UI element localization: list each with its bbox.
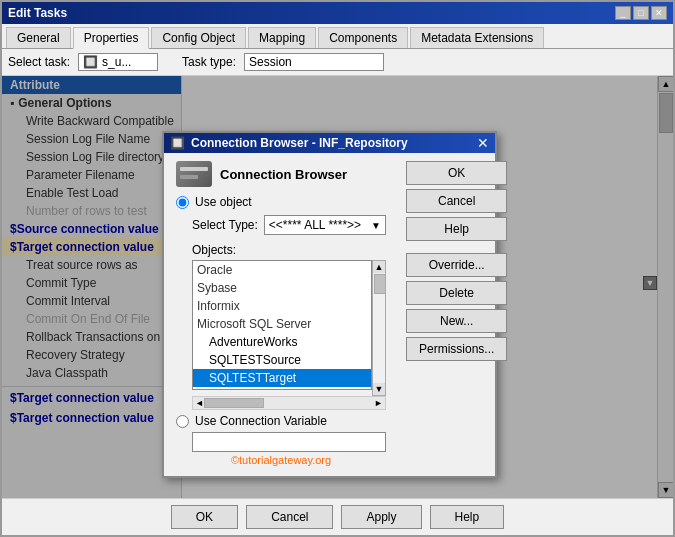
tab-config-object[interactable]: Config Object bbox=[151, 27, 246, 48]
variable-input[interactable] bbox=[192, 432, 386, 452]
connection-browser-dialog: 🔲 Connection Browser - INF_Repository ✕ bbox=[162, 131, 497, 478]
task-type-label: Task type: bbox=[182, 55, 236, 69]
select-type-label: Select Type: bbox=[192, 218, 258, 232]
minimize-button[interactable]: _ bbox=[615, 6, 631, 20]
list-item[interactable]: SQLTESTSource bbox=[193, 351, 371, 369]
task-type-value: Session bbox=[249, 55, 292, 69]
main-body: Attribute ▪ General Options Write Backwa… bbox=[2, 76, 673, 498]
use-variable-radio[interactable] bbox=[176, 415, 189, 428]
help-button[interactable]: Help bbox=[406, 217, 507, 241]
ok-button[interactable]: OK bbox=[406, 161, 507, 185]
list-item[interactable]: Oracle bbox=[193, 261, 371, 279]
dialog-overlay: 🔲 Connection Browser - INF_Repository ✕ bbox=[2, 76, 673, 498]
objects-listbox[interactable]: Oracle Sybase Informix Microsoft SQL Ser… bbox=[192, 260, 372, 390]
main-window: Edit Tasks _ □ ✕ General Properties Conf… bbox=[0, 0, 675, 537]
select-task-label: Select task: bbox=[8, 55, 70, 69]
select-type-row: Select Type: <<**** ALL ****>> ▼ bbox=[176, 215, 386, 235]
use-object-radio[interactable] bbox=[176, 196, 189, 209]
dialog-title-bar: 🔲 Connection Browser - INF_Repository ✕ bbox=[164, 133, 495, 153]
objects-list-container: Oracle Sybase Informix Microsoft SQL Ser… bbox=[192, 260, 386, 396]
dialog-header-row: Connection Browser bbox=[176, 161, 386, 187]
variable-input-row bbox=[192, 432, 386, 452]
list-scroll-down[interactable]: ▼ bbox=[373, 383, 385, 395]
dialog-close-button[interactable]: ✕ bbox=[477, 135, 489, 151]
main-cancel-button[interactable]: Cancel bbox=[246, 505, 333, 529]
dialog-right-buttons: OK Cancel Help Override... Delete New...… bbox=[398, 153, 515, 476]
dialog-title: Connection Browser - INF_Repository bbox=[191, 136, 408, 150]
select-task-value: s_u... bbox=[102, 55, 131, 69]
scroll-thumb-horiz[interactable] bbox=[204, 398, 264, 408]
use-object-label: Use object bbox=[195, 195, 252, 209]
dialog-body: Connection Browser Use object Select Typ… bbox=[164, 153, 398, 476]
connection-icon bbox=[176, 161, 212, 187]
window-controls: _ □ ✕ bbox=[615, 6, 667, 20]
scroll-left-button[interactable]: ◄ bbox=[195, 398, 204, 408]
combo-arrow-icon: ▼ bbox=[371, 220, 381, 231]
objects-label: Objects: bbox=[192, 243, 386, 257]
select-task-combo[interactable]: 🔲 s_u... bbox=[78, 53, 158, 71]
select-task-row: Select task: 🔲 s_u... Task type: Session bbox=[2, 49, 673, 76]
list-scrollbar[interactable]: ▲ ▼ bbox=[372, 260, 386, 396]
watermark: ©tutorialgateway.org bbox=[176, 452, 386, 468]
delete-button[interactable]: Delete bbox=[406, 281, 507, 305]
tab-mapping[interactable]: Mapping bbox=[248, 27, 316, 48]
select-type-value: <<**** ALL ****>> bbox=[269, 218, 361, 232]
list-item[interactable]: Informix bbox=[193, 297, 371, 315]
menu-tabs: General Properties Config Object Mapping… bbox=[2, 24, 673, 49]
select-type-combo[interactable]: <<**** ALL ****>> ▼ bbox=[264, 215, 386, 235]
objects-section: Objects: Oracle Sybase Informix Microsof… bbox=[192, 243, 386, 410]
list-item[interactable]: SQLTutorial bbox=[193, 387, 371, 390]
dialog-left: Connection Browser Use object Select Typ… bbox=[164, 153, 398, 476]
list-scroll-track bbox=[373, 273, 385, 383]
dialog-icon-small: 🔲 bbox=[170, 136, 185, 150]
tab-general[interactable]: General bbox=[6, 27, 71, 48]
use-variable-row: Use Connection Variable bbox=[176, 414, 386, 428]
tab-components[interactable]: Components bbox=[318, 27, 408, 48]
new-button[interactable]: New... bbox=[406, 309, 507, 333]
list-scroll-up[interactable]: ▲ bbox=[373, 261, 385, 273]
dialog-subtitle: Connection Browser bbox=[220, 167, 347, 182]
main-help-button[interactable]: Help bbox=[430, 505, 505, 529]
list-item[interactable]: Microsoft SQL Server bbox=[193, 315, 371, 333]
maximize-button[interactable]: □ bbox=[633, 6, 649, 20]
use-variable-label: Use Connection Variable bbox=[195, 414, 327, 428]
permissions-button[interactable]: Permissions... bbox=[406, 337, 507, 361]
main-apply-button[interactable]: Apply bbox=[341, 505, 421, 529]
dialog-inner: Connection Browser Use object Select Typ… bbox=[164, 153, 495, 476]
task-type-combo[interactable]: Session bbox=[244, 53, 384, 71]
list-item[interactable]: AdventureWorks bbox=[193, 333, 371, 351]
window-title: Edit Tasks bbox=[8, 6, 67, 20]
override-button[interactable]: Override... bbox=[406, 253, 507, 277]
scroll-right-button[interactable]: ► bbox=[374, 398, 383, 408]
list-item-selected[interactable]: SQLTESTTarget bbox=[193, 369, 371, 387]
close-button[interactable]: ✕ bbox=[651, 6, 667, 20]
use-object-row: Use object bbox=[176, 195, 386, 209]
tab-properties[interactable]: Properties bbox=[73, 27, 150, 49]
horizontal-scrollbar[interactable]: ◄ ► bbox=[192, 396, 386, 410]
cancel-button[interactable]: Cancel bbox=[406, 189, 507, 213]
select-task-icon: 🔲 bbox=[83, 55, 98, 69]
title-bar: Edit Tasks _ □ ✕ bbox=[2, 2, 673, 24]
bottom-buttons: OK Cancel Apply Help bbox=[2, 498, 673, 535]
list-scroll-thumb[interactable] bbox=[374, 274, 386, 294]
main-ok-button[interactable]: OK bbox=[171, 505, 238, 529]
tab-metadata-extensions[interactable]: Metadata Extensions bbox=[410, 27, 544, 48]
list-item[interactable]: Sybase bbox=[193, 279, 371, 297]
